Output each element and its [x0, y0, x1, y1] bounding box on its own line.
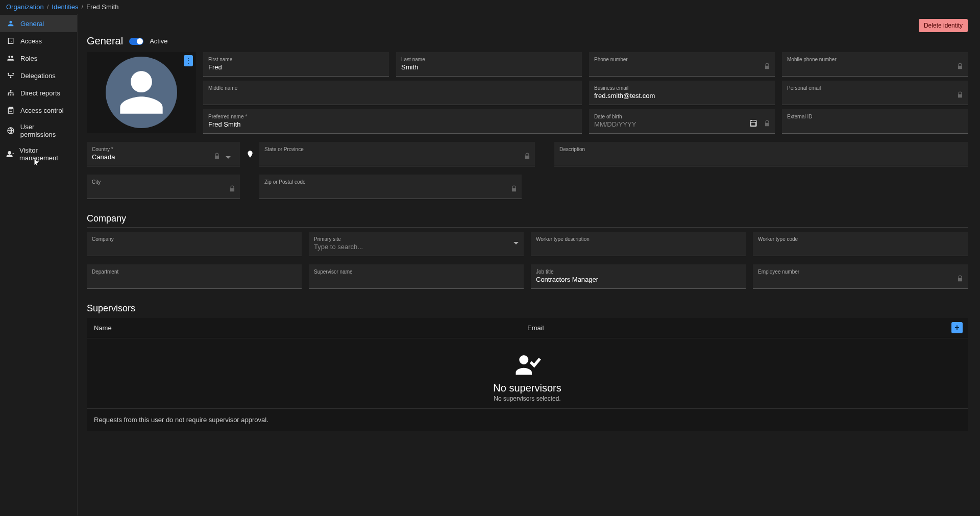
person-icon — [6, 19, 15, 28]
zip-field[interactable]: Zip or Postal code — [259, 175, 522, 199]
job-title-field[interactable]: Job title Contractors Manager — [531, 264, 746, 289]
business-email-field[interactable]: Business email fred.smith@test.com — [589, 81, 775, 105]
globe-icon — [6, 126, 15, 135]
sidebar-item-label: Visitor management — [19, 146, 71, 162]
chevron-down-icon[interactable] — [226, 156, 231, 159]
general-title: General — [87, 35, 123, 47]
sidebar-item-access-control[interactable]: Access control — [0, 102, 77, 119]
svg-point-1 — [12, 73, 14, 75]
supervisors-col-email: Email — [527, 324, 544, 332]
sidebar: General Access Roles Delegations Direct … — [0, 14, 78, 515]
lock-icon — [213, 153, 220, 162]
avatar-box: ⋮ — [87, 52, 196, 133]
kebab-icon: ⋮ — [185, 60, 192, 62]
main-content: Delete identity General Active ⋮ First n… — [78, 14, 980, 515]
chevron-down-icon[interactable] — [513, 242, 519, 244]
svg-point-0 — [8, 73, 9, 75]
add-supervisor-button[interactable]: + — [951, 322, 963, 333]
svg-point-3 — [10, 90, 12, 91]
company-title: Company — [87, 213, 968, 228]
sidebar-item-roles[interactable]: Roles — [0, 50, 77, 67]
sidebar-item-label: Delegations — [20, 72, 56, 80]
primary-site-field[interactable]: Primary site Type to search... — [309, 232, 524, 256]
mobile-phone-field[interactable]: Mobile phone number — [782, 52, 968, 77]
external-id-field[interactable]: External ID — [782, 109, 968, 134]
lock-icon — [764, 63, 771, 72]
first-name-field[interactable]: First name Fred — [203, 52, 389, 77]
preferred-name-field[interactable]: Preferred name * Fred Smith — [203, 109, 582, 134]
sidebar-item-label: Direct reports — [20, 89, 60, 97]
avatar-placeholder-icon — [106, 57, 177, 128]
lock-icon — [957, 91, 964, 101]
breadcrumb: Organization / Identities / Fred Smith — [0, 0, 980, 14]
date-of-birth-field[interactable]: Date of birth MM/DD/YYYY — [589, 109, 775, 134]
supervisor-name-field[interactable]: Supervisor name — [309, 264, 524, 289]
sidebar-item-label: Access control — [20, 107, 64, 114]
plus-icon: + — [954, 323, 959, 332]
sidebar-item-visitor-management[interactable]: Visitor management — [0, 142, 77, 166]
sidebar-item-label: User permissions — [20, 123, 71, 138]
personal-email-field[interactable]: Personal email — [782, 81, 968, 105]
breadcrumb-organization[interactable]: Organization — [6, 3, 44, 11]
svg-point-2 — [10, 77, 12, 79]
last-name-field[interactable]: Last name Smith — [396, 52, 582, 77]
breadcrumb-current: Fred Smith — [86, 3, 119, 11]
city-field[interactable]: City — [87, 175, 240, 199]
employee-number-field[interactable]: Employee number — [753, 264, 968, 289]
clipboard-icon — [6, 106, 15, 115]
sidebar-item-label: Roles — [20, 55, 37, 62]
sidebar-item-direct-reports[interactable]: Direct reports — [0, 84, 77, 102]
lock-icon — [957, 63, 964, 72]
supervisors-footer-note: Requests from this user do not require s… — [87, 408, 968, 431]
description-field[interactable]: Description — [554, 142, 968, 166]
supervisors-panel: Name Email + No supervisors No superviso… — [87, 318, 968, 431]
worker-type-description-field[interactable]: Worker type description — [531, 232, 746, 256]
delete-identity-button[interactable]: Delete identity — [919, 19, 968, 32]
map-marker-icon[interactable] — [246, 149, 254, 161]
svg-point-4 — [8, 94, 9, 96]
supervisors-empty-subtitle: No supervisors selected. — [87, 395, 968, 402]
phone-number-field[interactable]: Phone number — [589, 52, 775, 77]
person-check-icon — [87, 351, 968, 380]
network-icon — [6, 71, 15, 80]
avatar-menu-button[interactable]: ⋮ — [184, 55, 193, 66]
active-toggle[interactable] — [129, 38, 143, 45]
supervisors-empty-title: No supervisors — [87, 382, 968, 394]
lock-icon — [957, 275, 964, 284]
breadcrumb-identities[interactable]: Identities — [52, 3, 78, 11]
sidebar-item-label: General — [20, 20, 44, 28]
lock-icon — [764, 120, 771, 129]
active-toggle-label: Active — [150, 37, 167, 45]
middle-name-field[interactable]: Middle name — [203, 81, 582, 105]
lock-icon — [524, 153, 531, 162]
group-icon — [6, 54, 15, 63]
department-field[interactable]: Department — [87, 264, 302, 289]
hierarchy-icon — [6, 88, 15, 97]
door-icon — [6, 36, 15, 45]
country-field[interactable]: Country * Canada — [87, 142, 240, 166]
company-field[interactable]: Company — [87, 232, 302, 256]
lock-icon — [229, 185, 236, 194]
calendar-icon[interactable] — [749, 119, 757, 129]
svg-point-6 — [12, 94, 14, 96]
supervisors-title: Supervisors — [87, 303, 968, 314]
sidebar-item-access[interactable]: Access — [0, 32, 77, 50]
sidebar-item-general[interactable]: General — [0, 15, 77, 32]
state-field[interactable]: State or Province — [259, 142, 535, 166]
worker-type-code-field[interactable]: Worker type code — [753, 232, 968, 256]
supervisors-col-name: Name — [94, 324, 527, 332]
svg-point-5 — [10, 94, 12, 96]
lock-icon — [510, 185, 518, 194]
person-add-icon — [6, 150, 14, 159]
sidebar-item-label: Access — [20, 37, 42, 45]
sidebar-item-delegations[interactable]: Delegations — [0, 67, 77, 84]
sidebar-item-user-permissions[interactable]: User permissions — [0, 119, 77, 142]
